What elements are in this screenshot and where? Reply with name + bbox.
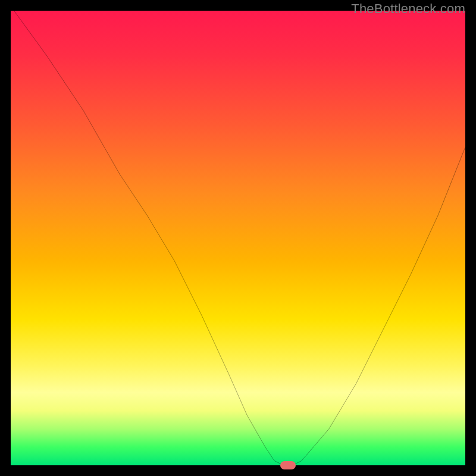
attribution-label: TheBottleneck.com bbox=[351, 1, 465, 17]
bottleneck-curve bbox=[11, 11, 465, 465]
chart-frame: TheBottleneck.com bbox=[0, 0, 476, 476]
plot-area bbox=[11, 11, 465, 465]
curve-path bbox=[11, 11, 465, 465]
optimum-marker bbox=[280, 461, 296, 469]
